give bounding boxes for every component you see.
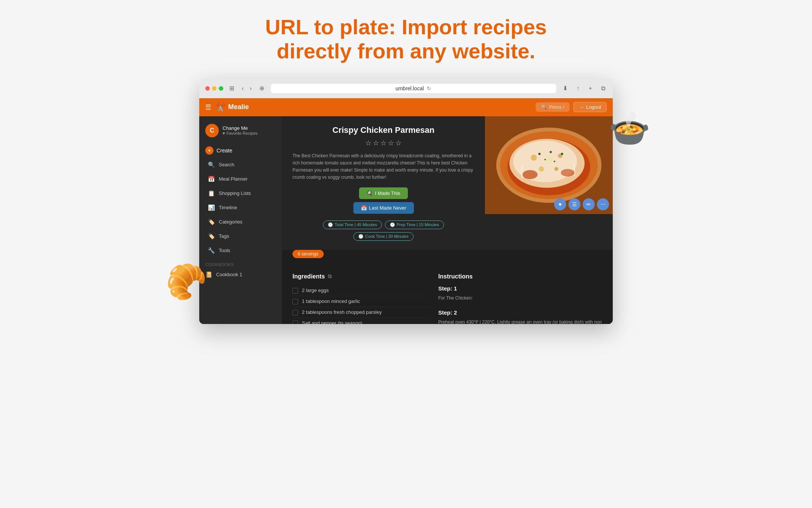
create-button[interactable]: + Create — [199, 143, 282, 158]
browser-window: ⊞ ‹ › ⊕ umbrel.local ↻ ⬇ ↑ + ⧉ — [199, 79, 613, 324]
create-icon: + — [205, 146, 214, 155]
ingredient-checkbox-0[interactable] — [292, 288, 298, 294]
recipe-body: Ingredients ⧉ 2 large eggs 1 tablespoon — [282, 266, 613, 324]
top-nav: ☰ ✂️ Mealie 🔍 Press / → Logout — [199, 98, 613, 116]
hero-title: URL to plate: Import recipes directly fr… — [265, 15, 547, 64]
dot-yellow[interactable] — [212, 86, 217, 91]
browser-new-tab-icon[interactable]: + — [587, 84, 594, 93]
total-time-badge: 🕐 Total Time | 45 Minutes — [323, 221, 382, 229]
browser-back-button[interactable]: ‹ — [240, 84, 245, 93]
browser-download-icon[interactable]: ⬇ — [561, 84, 569, 93]
ingredients-section: Ingredients ⧉ 2 large eggs 1 tablespoon — [292, 273, 429, 324]
browser-url: umbrel.local — [395, 85, 424, 91]
made-this-button[interactable]: 🍳 I Made This — [359, 187, 408, 199]
recipe-times: 🕐 Total Time | 45 Minutes 🕐 Prep Time | … — [292, 221, 474, 241]
recipe-header: Crispy Chicken Parmesan ☆ ☆ ☆ ☆ ☆ The Be… — [282, 116, 613, 250]
clock-icon-2: 🕐 — [390, 222, 395, 227]
dot-red[interactable] — [205, 86, 210, 91]
chef-hat-icon: 🍳 — [367, 190, 373, 196]
step-2-title: Step: 2 — [438, 309, 602, 316]
browser-layout-icon[interactable]: ⊞ — [228, 84, 236, 93]
clock-icon: 🕐 — [328, 222, 333, 227]
last-made-button[interactable]: 📅 Last Made Never — [353, 202, 414, 214]
heart-icon: ♥ — [223, 131, 225, 135]
svg-point-17 — [561, 169, 574, 176]
clock-icon-3: 🕐 — [358, 234, 364, 239]
sidebar: C Change Me ♥ Favorite Recipes — [199, 116, 282, 324]
browser-dots — [205, 86, 223, 91]
sidebar-item-tags[interactable]: 🏷️ Tags — [201, 230, 280, 243]
timeline-icon: 📊 — [208, 204, 215, 211]
sidebar-item-search[interactable]: 🔍 Search — [201, 158, 280, 172]
search-icon: 🔍 — [541, 104, 547, 110]
browser-nav: ‹ › — [240, 84, 253, 93]
search-icon: 🔍 — [208, 161, 215, 168]
app-container: ☰ ✂️ Mealie 🔍 Press / → Logout — [199, 98, 613, 324]
svg-point-8 — [539, 166, 544, 172]
nav-search-bar[interactable]: 🔍 Press / — [536, 102, 570, 112]
copy-icon[interactable]: ⧉ — [328, 273, 332, 280]
svg-point-14 — [544, 159, 546, 160]
more-options-button[interactable]: ⋯ — [597, 198, 609, 210]
categories-icon: 🏷️ — [208, 219, 215, 225]
cook-time-badge: 🕐 Cook Time | 30 Minutes — [353, 232, 413, 241]
nav-search-text: Press / — [549, 104, 564, 110]
prep-time-badge: 🕐 Prep Time | 15 Minutes — [385, 221, 444, 229]
sidebar-username: Change Me — [223, 125, 258, 131]
star-3[interactable]: ☆ — [380, 139, 386, 147]
calendar-icon: 📅 — [361, 205, 367, 211]
list-button[interactable]: ☰ — [568, 198, 580, 210]
ingredient-checkbox-2[interactable] — [292, 310, 298, 315]
nav-logo: ✂️ Mealie — [216, 103, 249, 112]
browser-privacy-icon[interactable]: ⊕ — [258, 84, 266, 93]
nav-app-name: Mealie — [228, 103, 249, 111]
svg-point-12 — [550, 151, 552, 153]
browser-right-icons: ⬇ ↑ + ⧉ — [561, 84, 607, 93]
sidebar-item-categories[interactable]: 🏷️ Categories — [201, 215, 280, 229]
logout-button[interactable]: → Logout — [573, 102, 607, 112]
recipe-stars: ☆ ☆ ☆ ☆ ☆ — [292, 139, 474, 147]
browser-forward-button[interactable]: › — [248, 84, 253, 93]
step-2-text: Preheat oven 430°F | 220°C. Lightly grea… — [438, 319, 602, 324]
browser-tabs-icon[interactable]: ⧉ — [600, 84, 607, 93]
recipe-title: Crispy Chicken Parmesan — [292, 125, 474, 135]
tags-icon: 🏷️ — [208, 233, 215, 240]
recipe-actions: 🍳 I Made This 📅 Last Made Never — [292, 187, 474, 214]
favorite-button[interactable]: ♥ — [554, 198, 566, 210]
browser-share-icon[interactable]: ↑ — [575, 84, 581, 93]
step-1-text: For The Chicken: — [438, 295, 602, 302]
sidebar-item-tools[interactable]: 🔧 Tools — [201, 244, 280, 257]
logout-icon: → — [579, 104, 584, 110]
browser-reload-icon: ↻ — [427, 85, 431, 91]
hamburger-menu-button[interactable]: ☰ — [205, 103, 211, 111]
dot-green[interactable] — [219, 86, 223, 91]
star-1[interactable]: ☆ — [365, 139, 371, 147]
ingredient-checkbox-1[interactable] — [292, 299, 298, 304]
ingredient-0: 2 large eggs — [292, 285, 429, 296]
svg-point-6 — [531, 155, 537, 161]
shopping-lists-icon: 📋 — [208, 190, 215, 197]
sidebar-favorites: ♥ Favorite Recipes — [223, 131, 258, 135]
star-4[interactable]: ☆ — [388, 139, 394, 147]
star-2[interactable]: ☆ — [373, 139, 379, 147]
sidebar-user-info: Change Me ♥ Favorite Recipes — [223, 125, 258, 135]
step-1: Step: 1 For The Chicken: — [438, 285, 602, 302]
svg-point-10 — [545, 156, 552, 163]
sidebar-item-cookbook-1[interactable]: 📔 Cookbook 1 — [199, 268, 282, 281]
ingredient-checkbox-3[interactable] — [292, 321, 298, 324]
tools-icon: 🔧 — [208, 247, 215, 254]
ingredient-2: 2 tablespoons fresh chopped parsley — [292, 307, 429, 318]
edit-button[interactable]: ✏ — [583, 198, 595, 210]
servings-badge: 6 servings — [292, 250, 324, 258]
star-5[interactable]: ☆ — [395, 139, 401, 147]
avatar: C — [205, 124, 219, 137]
sidebar-item-shopping-lists[interactable]: 📋 Shopping Lists — [201, 187, 280, 200]
step-1-title: Step: 1 — [438, 285, 602, 292]
sidebar-item-meal-planner[interactable]: 📅 Meal Planner — [201, 172, 280, 186]
meal-planner-icon: 📅 — [208, 176, 215, 183]
browser-address-bar[interactable]: umbrel.local ↻ — [270, 83, 557, 94]
sidebar-item-timeline[interactable]: 📊 Timeline — [201, 201, 280, 214]
recipe-image-overlay: ♥ ☰ ✏ ⋯ — [554, 198, 609, 210]
svg-point-11 — [538, 153, 541, 155]
nav-logo-icon: ✂️ — [216, 103, 225, 112]
